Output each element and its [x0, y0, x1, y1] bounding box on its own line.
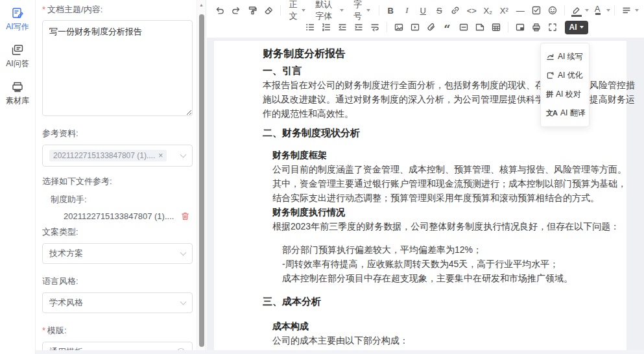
nav-item-ai-writing[interactable]: AI写作 — [6, 6, 29, 32]
subscript-button[interactable]: X₂ — [480, 3, 495, 18]
topic-input[interactable]: 写一份财务制度分析报告 — [42, 20, 193, 116]
blockquote-button[interactable]: “ — [440, 19, 455, 35]
doc-subheading: 财务制度执行情况 — [272, 205, 614, 219]
required-asterisk: * — [42, 325, 45, 335]
line-break-button[interactable] — [367, 19, 383, 35]
editor-toolbar: 正文 默认字体 字号 B I U S <> X₂ X² — A — [207, 0, 644, 38]
reference-tag-text: 2021122715133847807 (1).... — [53, 151, 155, 160]
caret-down-icon[interactable] — [635, 9, 639, 12]
insert-video-button[interactable] — [407, 19, 423, 35]
scrollbar-thumb[interactable] — [199, 14, 204, 347]
undo-button[interactable] — [212, 3, 228, 18]
insert-image-button[interactable] — [391, 19, 407, 35]
menu-item-ai-optimize[interactable]: AI 优化 — [541, 66, 589, 85]
doc-subheading: 成本构成 — [272, 319, 614, 333]
emoji-button[interactable] — [545, 3, 560, 18]
highlight-color-bar — [571, 15, 582, 17]
attachment-button[interactable] — [423, 19, 439, 35]
file-section-label: 选择如下文件参考: — [42, 176, 193, 187]
nav-label: AI问答 — [6, 58, 29, 69]
bottom-gutter — [36, 350, 644, 354]
reference-select[interactable]: 2021122715133847807 (1).... × — [42, 145, 193, 167]
left-nav-rail: AI写作 AI问答 素材库 — [0, 0, 36, 354]
file-name: 2021122715133847807 (1).... — [64, 211, 180, 221]
horizontal-rule-button[interactable]: — — [512, 3, 528, 18]
insert-table-button[interactable] — [488, 19, 504, 35]
align-button[interactable] — [619, 3, 634, 18]
menu-item-ai-translate[interactable]: 文A AI 翻译 — [541, 104, 589, 123]
menu-item-ai-continue[interactable]: AI 续写 — [541, 47, 589, 66]
style-label: 语言风格: — [42, 276, 193, 287]
style-select[interactable]: 学术风格 — [42, 292, 193, 313]
format-painter-button[interactable] — [244, 3, 260, 18]
doc-paragraph: 根据2023年前三季度的财务数据，公司整体财务制度执行情况良好，但存在以下问题： — [272, 219, 614, 233]
caret-down-icon — [340, 9, 344, 12]
bold-button[interactable]: B — [383, 3, 398, 18]
outdent-button[interactable] — [335, 19, 350, 35]
caret-down-icon — [302, 9, 305, 12]
writing-config-panel: *文档主题/内容: 写一份财务制度分析报告 参考资料: 202112271513… — [36, 0, 197, 354]
chevron-down-icon — [180, 298, 187, 305]
app-window: AI写作 AI问答 素材库 *文档主题/内容: 写一份财务制度分析报告 参考资料… — [0, 0, 644, 354]
nav-item-ai-qa[interactable]: AI问答 — [6, 43, 29, 69]
toolbar-row-2: “ AI — [251, 19, 639, 36]
doc-paragraph: 其中，资金管理主要通过银行账户管理和现金流预测进行；成本控制以部门预算为基础， — [272, 176, 614, 191]
delete-file-icon[interactable] — [180, 211, 190, 221]
redo-button[interactable] — [228, 3, 244, 18]
toolbar-divider — [614, 5, 615, 16]
required-asterisk: * — [42, 5, 45, 14]
chevron-down-icon — [180, 151, 187, 158]
panel-scrollbar[interactable]: ▲ — [197, 0, 206, 354]
caret-down-icon[interactable] — [606, 9, 610, 12]
nav-item-material-library[interactable]: 素材库 — [6, 80, 29, 106]
task-checkbox-button[interactable] — [529, 3, 544, 18]
clear-format-eraser-button[interactable] — [261, 3, 276, 18]
italic-button[interactable]: I — [399, 3, 414, 18]
link-button[interactable] — [447, 3, 463, 18]
print-button[interactable] — [529, 19, 544, 35]
ordered-list-button[interactable] — [318, 19, 334, 35]
ai-translate-icon: 文A — [546, 108, 557, 118]
doc-list-line: -周转效率有待提高，应收账款周转天数为45天，高于行业平均水平； — [282, 257, 614, 271]
strikethrough-button[interactable]: S — [431, 3, 447, 18]
caret-down-icon[interactable] — [585, 9, 589, 12]
inline-code-button[interactable]: <> — [464, 3, 479, 18]
remove-tag-icon[interactable]: × — [158, 151, 163, 160]
fullscreen-button[interactable] — [545, 19, 560, 35]
caret-down-icon — [580, 26, 584, 29]
doc-paragraph: 公司的成本主要由以下部分构成： — [272, 333, 614, 348]
font-color-button[interactable]: A — [590, 3, 605, 18]
doc-heading: 二、财务制度现状分析 — [263, 126, 614, 140]
doc-paragraph: 公司目前的制度涵盖了资金管理、成本控制、预算管理、核算与报告、风险管理等方面。 — [272, 162, 614, 176]
paragraph-style-select[interactable]: 正文 — [285, 3, 311, 18]
superscript-button[interactable]: X² — [496, 3, 512, 18]
ai-optimize-icon — [546, 71, 555, 80]
scrollbar-up-arrow-icon[interactable]: ▲ — [197, 0, 206, 7]
toolbar-divider — [564, 5, 565, 16]
reference-tag-chip: 2021122715133847807 (1).... × — [49, 150, 167, 161]
ai-tools-button[interactable]: AI — [565, 21, 588, 34]
font-family-select[interactable]: 默认字体 — [311, 3, 348, 18]
ai-qa-icon — [11, 43, 24, 56]
caret-down-icon — [366, 9, 370, 12]
indent-button[interactable] — [351, 19, 366, 35]
highlight-color-button[interactable] — [569, 3, 584, 18]
divider-block-button[interactable] — [456, 19, 471, 35]
font-size-select[interactable]: 字号 — [349, 3, 375, 18]
menu-item-ai-proofread[interactable]: 拼 AI 校对 — [541, 85, 589, 104]
doc-paragraph: 结合实际支出进行动态调整；预算管理则采用年度预算和滚动预算相结合的方式。 — [272, 191, 614, 205]
reference-label: 参考资料: — [42, 128, 193, 139]
doc-list-line: 成本控制在部分项目中存在超支现象，主要集中在研发和市场推广领域。 — [282, 271, 614, 285]
ai-proofread-icon: 拼 — [546, 89, 553, 99]
toolbar-row-1: 正文 默认字体 字号 B I U S <> X₂ X² — A — [212, 2, 639, 19]
doc-list-line: 部分部门预算执行偏差较大，平均偏差率为12%； — [282, 242, 614, 257]
toolbar-divider — [508, 22, 508, 32]
code-block-button[interactable] — [472, 19, 488, 35]
template-label: *模版: — [42, 325, 193, 336]
underline-button[interactable]: U — [415, 3, 431, 18]
copy-type-select[interactable]: 技术方案 — [42, 243, 193, 264]
side-panel-button[interactable] — [512, 19, 528, 35]
copy-type-label: 文案类型: — [42, 226, 193, 238]
toolbar-divider — [379, 5, 379, 16]
bullet-list-button[interactable] — [302, 19, 318, 35]
